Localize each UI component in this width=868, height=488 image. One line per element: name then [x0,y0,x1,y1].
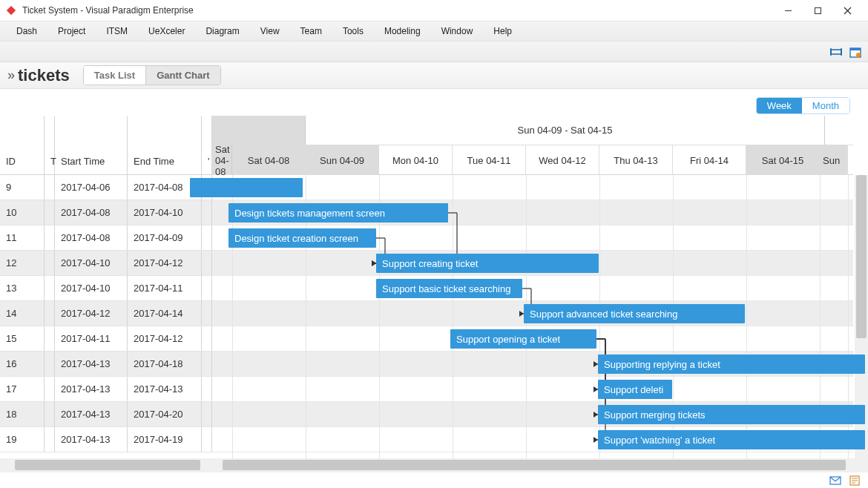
cell-gap [202,276,212,300]
gantt-bar[interactable]: Design ticket creation screen [228,228,376,248]
tab-task-list[interactable]: Task List [84,66,145,85]
page-header: » tickets Task List Gantt Chart [0,62,868,89]
menu-team[interactable]: Team [290,22,332,41]
gantt-row [212,175,853,200]
gantt-area: ID T Start Time End Time ' 92017-04-0620… [0,116,868,458]
menu-dash[interactable]: Dash [6,22,47,41]
col-header-t[interactable]: T [45,116,55,174]
cell-id: 16 [0,352,45,376]
gantt-bar[interactable]: Support merging tickets [598,405,865,424]
table-row[interactable]: 142017-04-122017-04-14 [0,301,212,326]
toolbar-bracket-icon[interactable] [829,45,843,59]
cell-gap [202,251,212,275]
svg-rect-2 [815,7,821,13]
cell-end: 2017-04-14 [128,301,202,326]
day-header: Mon 04-10 [379,145,453,175]
statusbar [0,472,868,488]
table-row[interactable]: 92017-04-062017-04-08 [0,175,212,200]
cell-gap [202,352,212,376]
horizontal-scrollbar[interactable] [0,458,868,472]
table-row[interactable]: 132017-04-102017-04-11 [0,276,212,301]
gantt-bar[interactable]: Support basic ticket searching [376,279,522,298]
menu-help[interactable]: Help [483,22,522,41]
table-row[interactable]: 172017-04-132017-04-13 [0,377,212,402]
zoom-week[interactable]: Week [757,98,802,113]
table-row[interactable]: 182017-04-132017-04-20 [0,402,212,427]
tab-gantt-chart[interactable]: Gantt Chart [145,66,220,85]
cell-t [45,276,55,300]
menu-window[interactable]: Window [431,22,484,41]
gantt-bar[interactable]: Support opening a ticket [450,329,596,349]
day-header: Tue 04-11 [453,145,526,175]
cell-start: 2017-04-10 [55,251,128,275]
view-tabs: Task List Gantt Chart [83,65,221,85]
menubar: Dash Project ITSM UeXceler Diagram View … [0,21,868,42]
week-range-label: Sun 04-09 - Sat 04-15 [306,116,825,145]
table-row[interactable]: 152017-04-112017-04-12 [0,326,212,352]
gantt-bar[interactable]: Support deleti [598,380,672,399]
cell-gap [202,402,212,426]
menu-itsm[interactable]: ITSM [96,22,138,41]
col-header-gap[interactable]: ' [202,116,212,174]
note-icon[interactable] [849,475,861,487]
titlebar: Ticket System - Visual Paradigm Enterpri… [0,0,868,21]
cell-t [45,301,55,326]
cell-start: 2017-04-08 [55,225,128,250]
window-minimize-button[interactable] [773,0,803,21]
gantt-bar[interactable]: Support 'watching' a ticket [598,430,865,449]
table-row[interactable]: 192017-04-132017-04-19 [0,427,212,452]
col-header-id[interactable]: ID [0,116,45,174]
gantt-row [212,377,853,402]
svg-point-10 [856,53,861,57]
cell-id: 19 [0,427,45,452]
cell-start: 2017-04-06 [55,175,128,200]
cell-end: 2017-04-13 [128,377,202,401]
day-header: Sun 04-09 [306,145,379,175]
gantt-bar[interactable]: Design tickets management screen [228,203,448,222]
gantt-bar[interactable] [190,178,303,197]
menu-tools[interactable]: Tools [332,22,374,41]
app-logo-icon [6,5,16,16]
day-header: Sat 04-08 [232,145,306,175]
cell-end: 2017-04-11 [128,276,202,300]
cell-id: 11 [0,225,45,250]
menu-modeling[interactable]: Modeling [374,22,431,41]
col-header-end[interactable]: End Time [128,116,202,174]
gantt-bar[interactable]: Support creating ticket [376,254,599,273]
gantt-bar[interactable]: Supporting replying a ticket [598,355,865,374]
table-row[interactable]: 122017-04-102017-04-12 [0,251,212,276]
table-row[interactable]: 162017-04-132017-04-18 [0,352,212,377]
hscroll-thumb-left[interactable] [15,460,200,470]
col-header-start[interactable]: Start Time [55,116,128,174]
vertical-scrollbar-thumb[interactable] [856,175,867,338]
menu-view[interactable]: View [250,22,290,41]
gantt-bar[interactable]: Support advanced ticket searching [524,304,745,323]
cell-id: 10 [0,200,45,225]
table-row[interactable]: 112017-04-082017-04-09 [0,225,212,251]
cell-id: 14 [0,301,45,326]
hscroll-thumb-right[interactable] [223,460,846,470]
window-maximize-button[interactable] [803,0,832,21]
menu-diagram[interactable]: Diagram [195,22,249,41]
breadcrumb-chevron-icon: » [7,67,15,83]
cell-start: 2017-04-10 [55,276,128,300]
chart-body[interactable]: Design tickets management screenDesign t… [212,175,853,458]
cell-t [45,200,55,225]
menu-project[interactable]: Project [47,22,96,41]
week-range-bar: Sun 04-09 - Sat 04-15 [212,116,853,145]
svg-marker-0 [7,6,16,15]
cell-start: 2017-04-13 [55,402,128,426]
window-close-button[interactable] [832,0,862,21]
cell-end: 2017-04-09 [128,225,202,250]
zoom-month[interactable]: Month [802,98,849,113]
cell-t [45,402,55,426]
cell-t [45,377,55,401]
mail-icon[interactable] [829,475,841,487]
menu-uexceler[interactable]: UeXceler [138,22,195,41]
cell-start: 2017-04-13 [55,427,128,452]
cell-t [45,352,55,376]
toolbar-calendar-icon[interactable] [849,45,862,59]
left-grid: ID T Start Time End Time ' 92017-04-0620… [0,116,212,452]
cell-gap [202,225,212,250]
table-row[interactable]: 102017-04-082017-04-10 [0,200,212,225]
